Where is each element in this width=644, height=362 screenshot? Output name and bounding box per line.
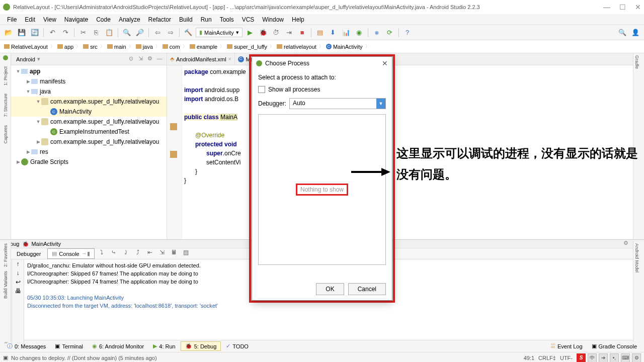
step-out-icon[interactable]: ⤴	[133, 249, 143, 259]
menu-refactor[interactable]: Refactor	[144, 15, 175, 24]
status-position[interactable]: 49:1	[524, 355, 534, 361]
copy-icon[interactable]: ⎘	[91, 27, 102, 38]
menu-help[interactable]: Help	[288, 15, 308, 24]
tree-mainactivity[interactable]: CMainActivity	[11, 107, 167, 117]
tab-gradle[interactable]: Gradle	[633, 53, 640, 71]
tree-pkg2[interactable]: ▼com.example.super_d_luffy.relativelayou	[11, 117, 167, 127]
tab-favorites[interactable]: 2: Favorites	[3, 243, 8, 267]
tree-manifests[interactable]: ▶manifests	[11, 76, 167, 86]
menu-window[interactable]: Window	[258, 15, 288, 24]
user-icon[interactable]: 👤	[630, 27, 641, 38]
menu-view[interactable]: View	[39, 15, 60, 24]
gear-icon[interactable]: ⚙	[146, 55, 154, 63]
force-step-icon[interactable]: ⤸	[121, 249, 131, 259]
run-config-selector[interactable]: ▮ MainActivity ▾	[196, 28, 243, 37]
minimize-button[interactable]: ―	[603, 3, 610, 11]
crumb-app[interactable]: app	[55, 43, 75, 51]
tab-terminal[interactable]: ▣Terminal	[51, 342, 87, 350]
drop-frame-icon[interactable]: ⇤	[145, 249, 155, 259]
make-icon[interactable]: 🔨	[183, 27, 194, 38]
cut-icon[interactable]: ✂	[77, 27, 89, 38]
tab-monitor[interactable]: ◉6: Android Monitor	[88, 342, 148, 350]
override-gutter-icon[interactable]	[170, 123, 177, 130]
ime-settings-icon[interactable]: ⚙	[632, 353, 641, 363]
chevron-down-icon[interactable]: ▼	[376, 99, 385, 109]
crumb-example[interactable]: example	[188, 43, 220, 51]
find-icon[interactable]: 🔍	[121, 27, 132, 38]
dialog-titlebar[interactable]: Choose Process ✕	[252, 57, 392, 70]
tab-eventlog[interactable]: ☰Event Log	[546, 342, 587, 350]
tree-java[interactable]: ▼java	[11, 86, 167, 97]
collapse-icon[interactable]: ⊙	[127, 55, 135, 63]
tree-pkg3[interactable]: ▶com.example.super_d_luffy.relativelayou	[11, 137, 167, 147]
tab-build-variants[interactable]: Build Variants	[3, 271, 8, 299]
android-icon[interactable]: ◉	[354, 27, 365, 38]
structure-icon[interactable]: ⎈	[371, 27, 382, 38]
save-icon[interactable]: 💾	[16, 27, 27, 38]
ime-width-icon[interactable]: ➔	[599, 353, 608, 363]
replace-icon[interactable]: 🔎	[134, 27, 145, 38]
crumb-com[interactable]: com	[160, 43, 182, 51]
tree-test[interactable]: CExampleInstrumentedTest	[11, 127, 167, 137]
crumb-super[interactable]: super_d_luffy	[225, 43, 269, 51]
wrap-icon[interactable]: ↩	[16, 279, 21, 286]
expand-icon[interactable]: ⇲	[136, 55, 144, 63]
open-icon[interactable]: 📂	[3, 27, 14, 38]
profile-icon[interactable]: ⏱	[271, 27, 282, 38]
tab-debug[interactable]: 🐞5: Debug	[181, 341, 221, 351]
paste-icon[interactable]: 📋	[104, 27, 115, 38]
close-icon[interactable]: ✕	[382, 59, 388, 67]
close-icon[interactable]: ×	[228, 56, 231, 62]
sdk-icon[interactable]: ⬇	[328, 27, 339, 38]
project-tree[interactable]: ▼app ▶manifests ▼java ▼com.example.super…	[11, 65, 167, 239]
menu-analyze[interactable]: Analyze	[115, 15, 144, 24]
print-icon[interactable]: 🖶	[15, 288, 21, 295]
sync-icon[interactable]: 🔄	[29, 27, 40, 38]
run-icon[interactable]: ▶	[245, 27, 256, 38]
ime-punct-icon[interactable]: •,	[610, 353, 619, 363]
ime-softkb-icon[interactable]: ⌨	[621, 353, 630, 363]
show-all-checkbox[interactable]: Show all processes	[258, 86, 386, 93]
stop-icon[interactable]: ■	[297, 27, 308, 38]
tab-project[interactable]: 1: Project	[2, 64, 9, 87]
menu-file[interactable]: File	[3, 15, 21, 24]
forward-icon[interactable]: ⇨	[165, 27, 176, 38]
tree-pkg1[interactable]: ▼com.example.super_d_luffy.relativelayou	[11, 97, 167, 107]
tab-todo[interactable]: ✓TODO	[222, 342, 253, 350]
cursor-icon[interactable]: ⇲	[157, 249, 167, 259]
checkbox-icon[interactable]	[258, 86, 265, 93]
menu-edit[interactable]: Edit	[21, 15, 39, 24]
undo-icon[interactable]: ↶	[47, 27, 58, 38]
up-icon[interactable]: ↑	[17, 260, 20, 267]
crumb-root[interactable]: RelativeLayout	[2, 43, 50, 51]
tree-gradle[interactable]: ▶Gradle Scripts	[11, 157, 167, 167]
menu-navigate[interactable]: Navigate	[60, 15, 92, 24]
close-button[interactable]: ✕	[635, 3, 641, 11]
tab-messages[interactable]: ⓘ0: Messages	[3, 341, 50, 351]
crumb-java[interactable]: java	[134, 43, 155, 51]
menu-code[interactable]: Code	[92, 15, 115, 24]
ok-button[interactable]: OK	[316, 283, 344, 295]
tab-captures[interactable]: Captures	[2, 123, 9, 146]
avd-icon[interactable]: ▤	[314, 27, 326, 38]
help-icon[interactable]: ?	[402, 27, 413, 38]
crumb-main[interactable]: main	[105, 43, 128, 51]
step-into-icon[interactable]: ⤷	[109, 249, 119, 259]
tree-app[interactable]: ▼app	[11, 66, 167, 76]
debugger-select[interactable]: Auto ▼	[289, 98, 386, 109]
project-view-label[interactable]: Android	[16, 56, 35, 62]
redo-icon[interactable]: ↷	[60, 27, 71, 38]
hide-icon[interactable]: ―	[155, 55, 164, 63]
evaluate-icon[interactable]: 🖩	[169, 249, 179, 259]
menu-run[interactable]: Run	[197, 15, 216, 24]
status-encoding[interactable]: UTF-	[560, 355, 573, 361]
back-icon[interactable]: ⇦	[152, 27, 163, 38]
ime-sogou-icon[interactable]: S	[577, 353, 586, 363]
maximize-button[interactable]: ☐	[619, 3, 626, 11]
tab-console[interactable]: ▤Console→▮	[47, 248, 94, 259]
down-icon[interactable]: ↓	[17, 269, 20, 277]
status-window-icon[interactable]: ▣	[3, 354, 8, 361]
crumb-src[interactable]: src	[81, 43, 100, 51]
step-over-icon[interactable]: ⤵	[97, 249, 107, 259]
tab-gradleconsole[interactable]: ▣Gradle Console	[588, 342, 641, 350]
